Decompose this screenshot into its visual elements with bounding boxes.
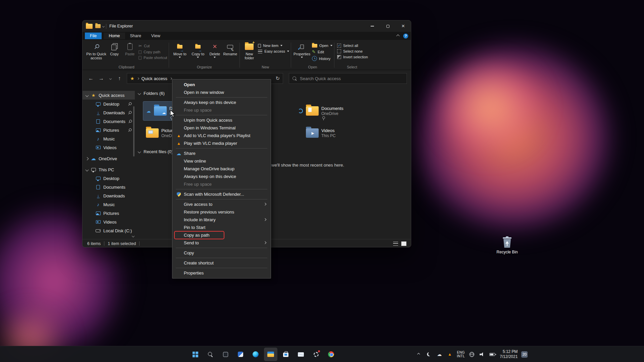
task-view-button[interactable] xyxy=(219,348,232,361)
menu-item-open-in-new-window[interactable]: Open in new window xyxy=(172,88,271,96)
quick-access-toolbar-chevron-icon[interactable] xyxy=(102,25,105,27)
sidebar-item-downloads[interactable]: ↓ Downloads xyxy=(83,108,135,117)
menu-item-copy[interactable]: Copy xyxy=(172,249,271,257)
menu-item-create-shortcut[interactable]: Create shortcut xyxy=(172,259,271,267)
menu-item-always-keep-on-device[interactable]: Always keep on this device xyxy=(172,99,271,106)
close-button[interactable]: × xyxy=(395,20,411,32)
breadcrumb[interactable]: Quick access xyxy=(142,76,167,81)
breadcrumb-chevron-icon[interactable] xyxy=(137,77,139,79)
new-folder-button[interactable]: + New folder xyxy=(241,41,257,60)
menu-item-share[interactable]: ☁Share xyxy=(172,149,271,157)
rename-button[interactable]: ✎ Rename xyxy=(222,41,238,56)
paste-shortcut-button[interactable]: Paste shortcut xyxy=(139,56,167,60)
refresh-icon[interactable]: ↻ xyxy=(275,75,280,81)
easy-access-button[interactable]: Easy access xyxy=(258,49,289,53)
copy-path-button[interactable]: Copy path xyxy=(139,50,167,54)
tab-share[interactable]: Share xyxy=(125,33,146,39)
edge-button[interactable] xyxy=(249,348,262,361)
menu-item-open-in-windows-terminal[interactable]: Open in Windows Terminal xyxy=(172,124,271,132)
search-box[interactable]: Search Quick access xyxy=(289,73,407,84)
menu-item-pin-to-start[interactable]: Pin to Start xyxy=(172,224,271,231)
sidebar-item-music[interactable]: ♪ Music xyxy=(83,134,135,143)
folder-tile-videos[interactable]: ▶ Videos This PC xyxy=(295,124,366,142)
sidebar-item-pictures[interactable]: Pictures xyxy=(83,126,135,134)
copy-to-button[interactable]: → Copy to xyxy=(189,41,207,58)
sidebar-item-pc-downloads[interactable]: ↓ Downloads xyxy=(83,191,135,200)
select-none-button[interactable]: Select none xyxy=(337,49,368,53)
tab-home[interactable]: Home xyxy=(104,33,125,39)
menu-item-open[interactable]: Open xyxy=(172,81,271,88)
hidden-icons-chevron-icon[interactable] xyxy=(415,351,422,358)
tab-view[interactable]: View xyxy=(146,33,165,39)
pin-to-quick-access-button[interactable]: Pin to Quick access xyxy=(86,41,107,60)
move-to-button[interactable]: → Move to xyxy=(171,41,189,58)
menu-item-scan-with-defender[interactable]: Scan with Microsoft Defender... xyxy=(172,190,271,198)
taskbar-clock[interactable]: 5:12 PM 7/12/2021 xyxy=(500,349,518,359)
sidebar-item-documents[interactable]: Documents xyxy=(83,117,135,126)
ribbon-collapse-icon[interactable] xyxy=(396,34,400,38)
chrome-button[interactable] xyxy=(324,348,338,361)
menu-item-send-to[interactable]: Send to xyxy=(172,239,271,247)
tab-file[interactable]: File xyxy=(85,33,102,39)
scroll-down-icon[interactable] xyxy=(132,235,135,237)
sidebar-item-desktop[interactable]: Desktop xyxy=(83,100,135,108)
paste-button[interactable]: Paste xyxy=(122,41,138,56)
delete-button[interactable]: × Delete xyxy=(207,41,222,58)
vlc-icon[interactable]: ▲ xyxy=(446,351,453,358)
minimize-button[interactable] xyxy=(365,20,380,32)
edit-button[interactable]: ✎ Edit xyxy=(312,49,332,54)
history-button[interactable]: History xyxy=(312,56,332,61)
menu-item-always-keep-on-device-2[interactable]: Always keep on this device xyxy=(172,173,271,180)
expand-chevron-icon[interactable] xyxy=(86,157,89,160)
network-icon[interactable] xyxy=(469,351,475,358)
recent-locations-chevron-icon[interactable] xyxy=(107,74,113,83)
menu-item-restore-previous-versions[interactable]: Restore previous versions xyxy=(172,208,271,216)
back-button[interactable]: ← xyxy=(87,74,95,83)
expand-chevron-icon[interactable] xyxy=(86,94,89,97)
large-icons-view-icon[interactable] xyxy=(401,242,406,246)
sidebar-item-pc-documents[interactable]: Documents xyxy=(83,183,135,191)
expand-chevron-icon[interactable] xyxy=(86,168,89,171)
quick-access-toolbar-folder-icon[interactable] xyxy=(95,24,101,28)
menu-item-properties[interactable]: Properties xyxy=(172,269,271,277)
volume-icon[interactable] xyxy=(479,351,486,358)
settings-button[interactable] xyxy=(309,348,323,361)
titlebar[interactable]: File Explorer × xyxy=(83,20,411,32)
sidebar-item-quick-access[interactable]: ★ Quick access xyxy=(83,91,135,100)
menu-item-include-in-library[interactable]: Include in library xyxy=(172,216,271,224)
notification-count-badge[interactable]: 20 xyxy=(521,351,528,358)
sidebar-item-pc-videos[interactable]: ▶ Videos xyxy=(83,218,135,226)
language-indicator[interactable]: ENG INTL xyxy=(457,351,465,358)
sidebar-item-pc-music[interactable]: ♪ Music xyxy=(83,200,135,209)
sidebar-scrollbar[interactable] xyxy=(133,106,135,157)
sidebar-item-local-disk-c[interactable]: Local Disk (C:) xyxy=(83,226,135,235)
start-button[interactable] xyxy=(189,348,202,361)
select-all-button[interactable]: ✓ Select all xyxy=(337,44,368,48)
menu-item-vlc-play[interactable]: ▲Play with VLC media player xyxy=(172,139,271,147)
file-explorer-button[interactable] xyxy=(264,348,277,361)
breadcrumb-chevron-icon[interactable] xyxy=(170,77,172,79)
moon-icon[interactable] xyxy=(426,351,432,358)
sidebar-item-this-pc[interactable]: This PC xyxy=(83,165,135,174)
copy-button[interactable]: Copy xyxy=(107,41,122,56)
folder-tile-documents[interactable]: Documents OneDrive xyxy=(295,102,366,120)
details-view-icon[interactable] xyxy=(393,242,398,246)
sidebar-item-pc-desktop[interactable]: Desktop xyxy=(83,174,135,183)
help-icon[interactable]: ? xyxy=(403,34,408,39)
menu-item-copy-as-path[interactable]: Copy as path xyxy=(172,231,271,239)
maximize-button[interactable] xyxy=(380,20,395,32)
recent-files-section-header[interactable]: Recent files (0) xyxy=(138,149,173,154)
up-button[interactable]: ↑ xyxy=(115,74,124,83)
menu-item-vlc-add-playlist[interactable]: ▲Add to VLC media player's Playlist xyxy=(172,132,271,139)
onedrive-icon[interactable]: ☁ xyxy=(436,351,443,358)
battery-icon[interactable] xyxy=(489,351,496,358)
sidebar-item-pc-pictures[interactable]: Pictures xyxy=(83,209,135,218)
menu-item-view-online[interactable]: View online xyxy=(172,157,271,165)
invert-selection-button[interactable]: Invert selection xyxy=(337,55,368,59)
open-button[interactable]: Open xyxy=(312,44,332,48)
new-item-button[interactable]: New item xyxy=(258,44,289,48)
folders-section-header[interactable]: Folders (6) xyxy=(138,91,165,96)
recycle-bin[interactable]: Recycle Bin xyxy=(496,235,519,254)
sidebar-item-videos[interactable]: ▶ Videos xyxy=(83,143,135,152)
menu-item-manage-onedrive-backup[interactable]: Manage OneDrive backup xyxy=(172,165,271,173)
